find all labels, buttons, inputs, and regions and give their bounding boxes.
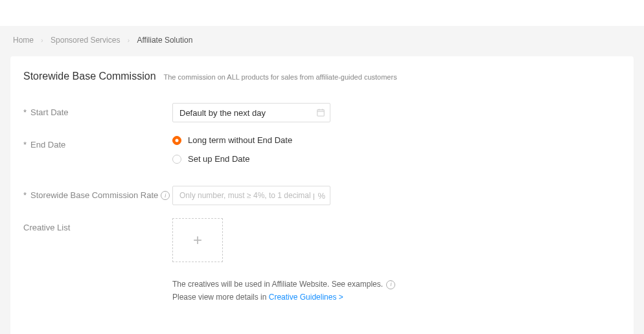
- row-creative-list: Creative List + The creatives will be us…: [23, 218, 621, 304]
- row-commission-rate: * Storewide Base Commission Rate i %: [23, 186, 621, 205]
- rate-label-text: Storewide Base Commission Rate: [30, 190, 158, 200]
- creative-upload-box[interactable]: +: [172, 218, 223, 262]
- rate-label: * Storewide Base Commission Rate i: [23, 186, 172, 200]
- plus-icon: +: [193, 232, 202, 248]
- end-date-label-text: End Date: [30, 140, 65, 150]
- start-date-label-text: Start Date: [30, 107, 69, 117]
- breadcrumb-current: Affiliate Solution: [137, 36, 192, 45]
- start-date-input[interactable]: [172, 103, 330, 122]
- radio-icon-unselected: [172, 155, 181, 164]
- row-end-date: * End Date Long term without End Date Se…: [23, 135, 621, 173]
- creative-guidelines-link[interactable]: Creative Guidelines >: [269, 293, 343, 302]
- chevron-right-icon: ›: [128, 37, 130, 44]
- info-icon[interactable]: i: [161, 191, 170, 200]
- required-asterisk: *: [23, 140, 27, 150]
- creative-desc-line2a: Please view more details in: [172, 293, 269, 302]
- start-date-label: * Start Date: [23, 103, 172, 117]
- commission-card: Storewide Base Commission The commission…: [10, 56, 634, 334]
- radio-long-term-label: Long term without End Date: [188, 135, 292, 145]
- radio-long-term[interactable]: Long term without End Date: [172, 135, 621, 145]
- card-subtitle: The commission on ALL products for sales…: [164, 73, 397, 81]
- creative-list-label-text: Creative List: [23, 223, 70, 232]
- required-asterisk: *: [23, 190, 27, 200]
- breadcrumb: Home › Sponsored Services › Affiliate So…: [0, 26, 644, 56]
- card-title: Storewide Base Commission: [23, 71, 156, 82]
- card-header: Storewide Base Commission The commission…: [23, 71, 621, 82]
- creative-desc-line1: The creatives will be used in Affiliate …: [172, 280, 383, 289]
- commission-rate-input[interactable]: [172, 186, 330, 205]
- end-date-label: * End Date: [23, 135, 172, 150]
- breadcrumb-home[interactable]: Home: [13, 36, 34, 45]
- breadcrumb-sponsored[interactable]: Sponsored Services: [51, 36, 120, 45]
- radio-setup-label: Set up End Date: [188, 154, 249, 164]
- creative-description: The creatives will be used in Affiliate …: [172, 278, 621, 304]
- radio-setup-end-date[interactable]: Set up End Date: [172, 154, 621, 164]
- row-start-date: * Start Date: [23, 103, 621, 122]
- info-icon[interactable]: i: [386, 280, 395, 289]
- topbar: [0, 0, 644, 26]
- required-asterisk: *: [23, 107, 27, 117]
- radio-icon-selected: [172, 136, 181, 145]
- chevron-right-icon: ›: [41, 37, 43, 44]
- creative-list-label: Creative List: [23, 218, 172, 232]
